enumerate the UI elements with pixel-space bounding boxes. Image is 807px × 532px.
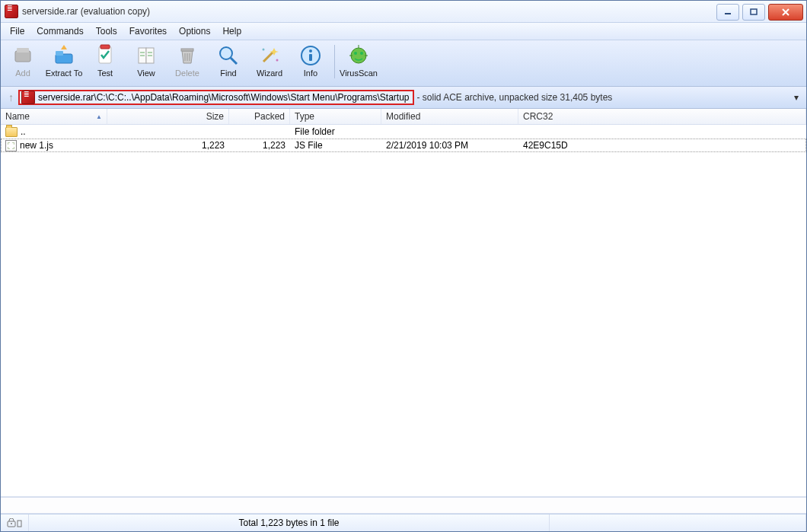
- folder-icon: [5, 127, 18, 137]
- svg-point-28: [360, 52, 363, 55]
- svg-point-21: [263, 49, 265, 51]
- info-icon: [298, 43, 323, 68]
- column-headers: Name▲ Size Packed Type Modified CRC32: [1, 109, 806, 125]
- winrar-window: serverside.rar (evaluation copy) File Co…: [0, 0, 807, 532]
- svg-line-20: [263, 51, 274, 62]
- wizard-icon: [257, 43, 282, 68]
- column-name[interactable]: Name▲: [1, 109, 107, 124]
- pathbar: ↑ serverside.rar\C:\C:C:..\AppData\Roami…: [1, 87, 806, 109]
- svg-rect-14: [181, 49, 193, 51]
- file-packed: 1,223: [229, 140, 290, 151]
- delete-button[interactable]: Delete: [167, 42, 208, 83]
- add-button[interactable]: Add: [2, 42, 43, 83]
- add-label: Add: [15, 68, 30, 78]
- view-icon: [134, 43, 158, 68]
- view-button[interactable]: View: [126, 42, 167, 83]
- test-label: Test: [97, 68, 113, 78]
- statusbar: Total 1,223 bytes in 1 file: [1, 514, 806, 531]
- column-packed[interactable]: Packed: [229, 109, 290, 124]
- svg-rect-1: [751, 9, 757, 14]
- find-button[interactable]: Find: [208, 42, 249, 83]
- test-icon: [93, 43, 117, 68]
- file-list[interactable]: .. File folder new 1.js 1,223 1,223 JS F…: [1, 125, 806, 497]
- info-label: Info: [304, 68, 317, 78]
- svg-point-27: [354, 52, 357, 55]
- toolbar-separator: [334, 45, 335, 78]
- menubar: File Commands Tools Favorites Options He…: [1, 23, 806, 40]
- archive-icon: [21, 91, 35, 104]
- svg-rect-25: [309, 54, 312, 61]
- status-right: [550, 514, 806, 531]
- column-crc[interactable]: CRC32: [518, 109, 806, 124]
- menu-commands[interactable]: Commands: [30, 24, 89, 38]
- titlebar[interactable]: serverside.rar (evaluation copy): [1, 1, 806, 23]
- status-left: [1, 514, 29, 531]
- find-label: Find: [220, 68, 236, 78]
- menu-options[interactable]: Options: [173, 24, 216, 38]
- menu-favorites[interactable]: Favorites: [123, 24, 173, 38]
- file-size: 1,223: [107, 140, 229, 151]
- view-label: View: [137, 68, 155, 78]
- path-display-highlighted[interactable]: serverside.rar\C:\C:C:..\AppData\Roaming…: [18, 90, 414, 105]
- svg-line-19: [231, 58, 237, 64]
- virusscan-icon: [346, 43, 371, 68]
- svg-point-33: [11, 523, 12, 524]
- svg-rect-2: [15, 51, 30, 62]
- svg-point-18: [220, 47, 232, 59]
- column-modified[interactable]: Modified: [381, 109, 518, 124]
- svg-rect-5: [56, 51, 63, 56]
- column-size[interactable]: Size: [107, 109, 229, 124]
- extract-icon: [52, 43, 76, 68]
- list-item[interactable]: new 1.js 1,223 1,223 JS File 2/21/2019 1…: [1, 139, 806, 152]
- info-button[interactable]: Info: [290, 42, 331, 83]
- menu-file[interactable]: File: [4, 24, 30, 38]
- menu-help[interactable]: Help: [216, 24, 247, 38]
- virusscan-label: VirusScan: [340, 68, 378, 78]
- window-controls: [713, 4, 803, 19]
- lock-icon: [7, 518, 22, 527]
- window-title: serverside.rar (evaluation copy): [22, 6, 150, 17]
- file-type: JS File: [290, 140, 381, 151]
- find-icon: [216, 43, 241, 68]
- column-type[interactable]: Type: [290, 109, 381, 124]
- file-name: new 1.js: [20, 140, 53, 151]
- minimize-button[interactable]: [716, 4, 739, 21]
- file-modified: 2/21/2019 10:03 PM: [381, 140, 518, 151]
- delete-label: Delete: [175, 68, 199, 78]
- winrar-app-icon: [5, 5, 18, 18]
- virusscan-button[interactable]: VirusScan: [338, 42, 379, 83]
- svg-point-26: [351, 48, 366, 63]
- jsfile-icon: [5, 140, 17, 151]
- up-arrow-icon[interactable]: ↑: [4, 91, 18, 104]
- wizard-button[interactable]: Wizard: [249, 42, 290, 83]
- svg-point-22: [276, 59, 279, 62]
- svg-rect-3: [17, 48, 29, 53]
- svg-rect-7: [100, 45, 110, 49]
- list-item[interactable]: .. File folder: [1, 125, 806, 139]
- extract-label: Extract To: [46, 68, 83, 78]
- selection-panel: [1, 497, 806, 514]
- path-dropdown-icon[interactable]: ▾: [794, 92, 799, 103]
- wizard-label: Wizard: [257, 68, 282, 78]
- extract-button[interactable]: Extract To: [43, 42, 85, 83]
- sort-indicator-icon: ▲: [96, 113, 102, 120]
- add-icon: [11, 43, 35, 68]
- close-button[interactable]: [768, 4, 803, 21]
- status-total: Total 1,223 bytes in 1 file: [29, 514, 550, 531]
- file-name: ..: [21, 126, 26, 137]
- path-text: serverside.rar\C:\C:C:..\AppData\Roaming…: [38, 92, 410, 103]
- delete-icon: [175, 43, 199, 68]
- archive-info: - solid ACE archive, unpacked size 31,40…: [417, 92, 613, 103]
- toolbar: Add Extract To Test View Delete: [1, 40, 806, 87]
- test-button[interactable]: Test: [85, 42, 126, 83]
- maximize-button[interactable]: [742, 4, 765, 21]
- svg-point-24: [309, 49, 312, 53]
- menu-tools[interactable]: Tools: [90, 24, 123, 38]
- svg-rect-34: [18, 521, 21, 527]
- file-crc: 42E9C15D: [518, 140, 806, 151]
- file-type: File folder: [290, 126, 381, 137]
